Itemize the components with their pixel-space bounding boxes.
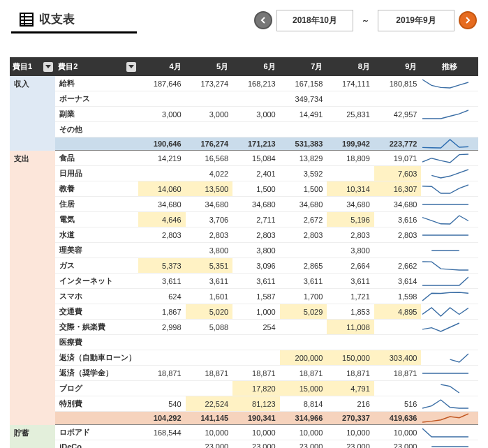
cell-value: 10,000 — [186, 425, 233, 440]
cell-value: 3,000 — [232, 107, 280, 122]
row-label: 返済（自動車ローン） — [55, 350, 138, 366]
table-row: 収入給料187,646173,274168,213167,158174,1111… — [10, 76, 478, 91]
sparkline — [421, 304, 478, 320]
cell-value: 3,611 — [186, 274, 233, 289]
cell-value: 2,401 — [232, 166, 280, 181]
table-row: ブログ17,82015,0004,791 — [10, 381, 478, 396]
sparkline — [421, 243, 478, 258]
cell-value: 4,022 — [186, 166, 233, 181]
row-label: スマホ — [55, 289, 138, 304]
cell-value — [138, 91, 186, 107]
cell-value — [138, 243, 186, 258]
cell-value: 14,060 — [138, 181, 186, 197]
col-month: 8月 — [327, 57, 374, 76]
cell-value: 34,680 — [232, 197, 280, 212]
cell-value: 2,662 — [374, 258, 422, 274]
cell-value: 18,871 — [280, 366, 327, 381]
cell-value: 1,598 — [374, 289, 422, 304]
cell-value: 81,123 — [232, 396, 280, 412]
cell-value: 5,029 — [280, 304, 327, 320]
prev-button[interactable] — [254, 11, 272, 29]
cell-value: 10,000 — [280, 425, 327, 440]
cell-value — [138, 122, 186, 137]
sparkline — [421, 274, 478, 289]
cell-value: 187,646 — [138, 76, 186, 91]
row-label: 特別費 — [55, 396, 138, 412]
cell-value — [280, 335, 327, 350]
cell-value: 1,500 — [232, 181, 280, 197]
table-row: 支出食品14,21916,56815,08413,82918,80919,071 — [10, 151, 478, 166]
cell-value: 3,592 — [280, 166, 327, 181]
col-category1[interactable]: 費目1 — [10, 57, 55, 76]
subtotal-value: 176,274 — [186, 137, 233, 151]
cell-value: 3,611 — [232, 274, 280, 289]
subtotal-value: 270,337 — [327, 412, 374, 425]
sparkline — [421, 122, 478, 137]
period-end[interactable]: 2019年9月 — [378, 10, 454, 31]
cell-value: 3,614 — [374, 274, 422, 289]
cell-value: 18,871 — [232, 366, 280, 381]
table-row: 返済（奨学金）18,87118,87118,87118,87118,87118,… — [10, 366, 478, 381]
cell-value: 3,800 — [327, 243, 374, 258]
row-label: インターネット — [55, 274, 138, 289]
filter-icon[interactable] — [43, 62, 53, 72]
cell-value: 3,611 — [138, 274, 186, 289]
row-label: ロボアド — [55, 425, 138, 440]
row-label: 副業 — [55, 107, 138, 122]
cell-value: 3,616 — [374, 212, 422, 227]
cell-value: 7,603 — [374, 166, 422, 181]
filter-icon[interactable] — [126, 62, 136, 72]
cell-value: 15,000 — [280, 381, 327, 396]
period-start[interactable]: 2018年10月 — [276, 10, 353, 31]
cell-value: 18,871 — [374, 366, 422, 381]
cell-value: 18,809 — [327, 151, 374, 166]
col-category2[interactable]: 費目2 — [55, 57, 138, 76]
cell-value — [186, 381, 233, 396]
table-row: 副業3,0003,0003,00014,49125,83142,957 — [10, 107, 478, 122]
cell-value — [186, 335, 233, 350]
cell-value: 303,400 — [374, 350, 422, 366]
subtotal-value: 223,772 — [374, 137, 422, 151]
row-label: 水道 — [55, 227, 138, 243]
next-button[interactable] — [459, 11, 477, 29]
cell-value: 13,500 — [186, 181, 233, 197]
period-tilde: ～ — [357, 15, 374, 26]
cell-value: 10,000 — [374, 425, 422, 440]
table-row: ガス5,3735,3513,0962,8652,6642,662 — [10, 258, 478, 274]
cell-value: 23,000 — [186, 440, 233, 449]
cell-value: 5,088 — [186, 320, 233, 335]
cell-value: 11,008 — [327, 320, 374, 335]
cell-value — [138, 440, 186, 449]
subtotal-value: 190,646 — [138, 137, 186, 151]
table-row: インターネット3,6113,6113,6113,6113,6113,614 — [10, 274, 478, 289]
cell-value: 2,865 — [280, 258, 327, 274]
cell-value — [232, 122, 280, 137]
title-block: 収支表 — [11, 7, 137, 33]
sparkline — [421, 91, 478, 107]
cell-value — [374, 91, 422, 107]
sparkline — [421, 425, 478, 440]
sparkline — [421, 440, 478, 449]
cell-value — [327, 335, 374, 350]
row-label: 教養 — [55, 181, 138, 197]
table-row: 教養14,06013,5001,5001,50010,31416,307 — [10, 181, 478, 197]
cell-value — [232, 91, 280, 107]
subtotal-value: 190,341 — [232, 412, 280, 425]
cell-value: 5,020 — [186, 304, 233, 320]
section-label: 収入 — [10, 76, 55, 151]
cell-value: 2,998 — [138, 320, 186, 335]
cell-value: 34,680 — [374, 197, 422, 212]
cell-value: 1,587 — [232, 289, 280, 304]
cell-value: 173,274 — [186, 76, 233, 91]
table-row: スマホ6241,6011,5871,7001,7211,598 — [10, 289, 478, 304]
table-row: その他 — [10, 122, 478, 137]
cell-value — [327, 91, 374, 107]
subtotal-value: 199,942 — [327, 137, 374, 151]
cell-value: 200,000 — [280, 350, 327, 366]
subtotal-value: 314,966 — [280, 412, 327, 425]
sparkline — [421, 227, 478, 243]
subtotal-value: 531,383 — [280, 137, 327, 151]
cell-value: 254 — [232, 320, 280, 335]
cell-value: 5,196 — [327, 212, 374, 227]
cell-value: 4,791 — [327, 381, 374, 396]
